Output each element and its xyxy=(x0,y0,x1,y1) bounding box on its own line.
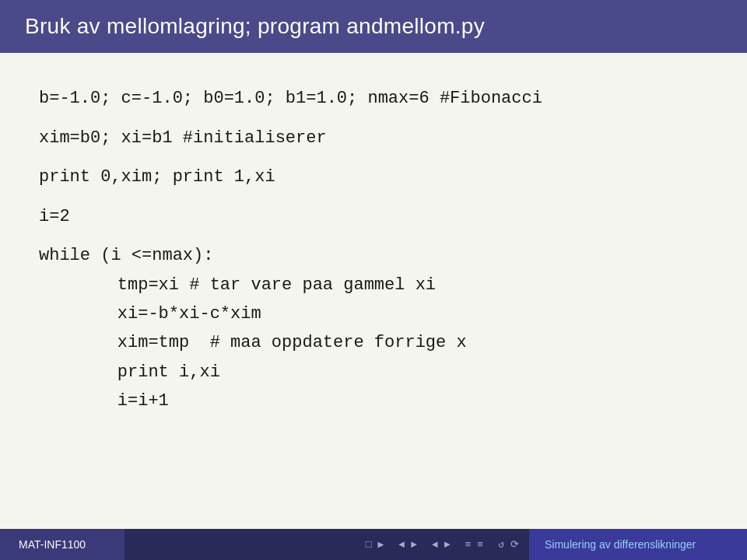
nav-right-icon[interactable]: ▶ xyxy=(375,538,386,551)
code-line-while: while (i <=nmax): xyxy=(39,241,708,270)
header-title: Bruk av mellomlagring; program andmellom… xyxy=(25,14,485,38)
nav-next-icon[interactable]: ► xyxy=(442,539,453,551)
nav-controls: □ ▶ ◄ ► ◄ ► ≡ ≡ ↺ ⟳ xyxy=(363,538,521,551)
nav-search-icon[interactable]: ⟳ xyxy=(508,538,521,551)
footer-subtitle: Simulering av differenslikninger xyxy=(529,529,747,560)
nav-menu-icon[interactable]: ≡ xyxy=(463,539,474,551)
nav-refresh-icon[interactable]: ↺ xyxy=(496,538,507,551)
nav-outline-icon[interactable]: ≡ xyxy=(475,539,486,551)
code-line-tmp: tmp=xi # tar vare paa gammel xi xyxy=(39,271,708,299)
code-line-3: print 0,xim; print 1,xi xyxy=(39,163,708,191)
code-block: b=-1.0; c=-1.0; b0=1.0; b1=1.0; nmax=6 #… xyxy=(39,84,708,416)
code-line-xi: xi=-b*xi-c*xim xyxy=(39,299,708,328)
slide-subtitle: Simulering av differenslikninger xyxy=(545,538,696,551)
code-line-1: b=-1.0; c=-1.0; b0=1.0; b1=1.0; nmax=6 #… xyxy=(39,84,708,113)
blank-3 xyxy=(39,192,708,202)
code-line-print: print i,xi xyxy=(39,358,708,387)
code-line-4: i=2 xyxy=(39,202,708,231)
nav-prev-section-icon[interactable]: ◄ xyxy=(396,539,407,551)
footer: MAT-INF1100 □ ▶ ◄ ► ◄ ► ≡ ≡ ↺ ⟳ Simuleri… xyxy=(0,529,747,560)
code-line-2: xim=b0; xi=b1 #initialiserer xyxy=(39,124,708,152)
nav-next-section-icon[interactable]: ► xyxy=(409,539,419,551)
footer-course-label: MAT-INF1100 xyxy=(0,529,124,560)
code-line-i: i=i+1 xyxy=(39,387,708,415)
slide-header: Bruk av mellomlagring; program andmellom… xyxy=(0,0,747,53)
nav-square-icon[interactable]: □ xyxy=(363,539,374,551)
blank-2 xyxy=(39,152,708,163)
slide-content: b=-1.0; c=-1.0; b0=1.0; b1=1.0; nmax=6 #… xyxy=(0,53,747,529)
footer-navigation: □ ▶ ◄ ► ◄ ► ≡ ≡ ↺ ⟳ xyxy=(124,529,529,560)
code-line-xim: xim=tmp # maa oppdatere forrige x xyxy=(39,328,708,357)
course-name: MAT-INF1100 xyxy=(19,538,86,551)
nav-prev-icon[interactable]: ◄ xyxy=(430,539,440,551)
blank-4 xyxy=(39,231,708,241)
blank-1 xyxy=(39,113,708,123)
